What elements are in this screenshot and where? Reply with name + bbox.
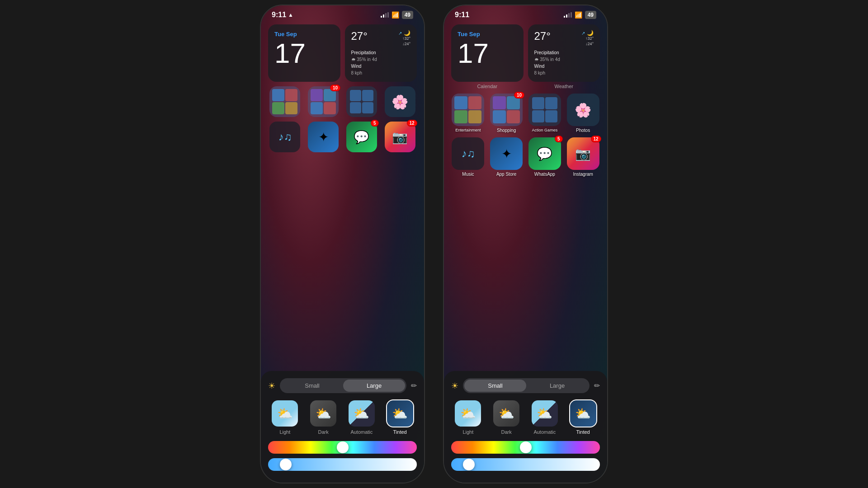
app-music-left[interactable]: ♪♫	[268, 122, 302, 152]
photos-icon-left: 🌸	[385, 86, 415, 117]
style-light-label-left: Light	[279, 429, 290, 435]
moon-icon-right: 🌙	[587, 30, 594, 36]
bottom-panel-right: ☀ Small Large ✏ ⛅ Light ⛅ Dark ⛅	[444, 371, 607, 483]
calendar-widget-label: Calendar	[477, 84, 497, 89]
app-action-games-right[interactable]: Action Games	[528, 94, 562, 132]
brightness-icon-right: ☀	[451, 381, 458, 391]
app-action-games-left[interactable]	[345, 86, 379, 117]
status-bar-left: 9:11 ▲ 📶 49	[261, 5, 424, 21]
weather-detail-right: Precipitation 🌧 35% in 4d Wind 8 kph	[534, 49, 594, 76]
signal-icon	[381, 12, 389, 18]
app-shopping-right[interactable]: 10 Shopping	[490, 94, 524, 133]
weather-temp: 27°	[351, 30, 368, 42]
style-dark-right[interactable]: ⛅ Dark	[490, 400, 524, 435]
home-screen-right: Tue Sep 17 Calendar 27° ↗ 🌙	[444, 21, 607, 371]
app-shopping-left[interactable]: 10	[307, 86, 340, 117]
style-auto-right[interactable]: ⛅ Automatic	[528, 400, 562, 435]
music-icon-right: ♪♫	[452, 137, 484, 170]
app-photos-right[interactable]: 🌸 Photos	[566, 94, 600, 133]
whatsapp-label: WhatsApp	[534, 172, 555, 177]
time-right: 9:11	[455, 11, 469, 19]
edit-icon-left[interactable]: ✏	[411, 381, 417, 390]
style-tinted-left[interactable]: ⛅ Tinted	[383, 400, 417, 435]
music-label: Music	[462, 172, 474, 177]
app-entertainment-left[interactable]	[268, 86, 302, 117]
left-phone: 9:11 ▲ 📶 49 Tue Sep 17	[260, 5, 425, 483]
weather-detail: Precipitation 🌧 35% in 4d Wind 8 kph	[351, 49, 411, 76]
app-appstore-right[interactable]: ✦ App Store	[490, 137, 524, 177]
bottom-panel-left: ☀ Small Large ✏ ⛅ Light ⛅ Dark ⛅	[261, 371, 424, 483]
size-controls-right: ☀ Small Large ✏	[451, 378, 600, 393]
appstore-label: App Store	[496, 172, 516, 177]
time-left: 9:11	[272, 11, 286, 19]
widget-row-right: Tue Sep 17 Calendar 27° ↗ 🌙	[451, 24, 600, 89]
app-music-right[interactable]: ♪♫ Music	[451, 137, 485, 177]
style-tinted-label-left: Tinted	[393, 429, 407, 435]
style-auto-left[interactable]: ⛅ Automatic	[345, 400, 379, 435]
brightness-icon-left: ☀	[268, 381, 275, 391]
tint-slider-right[interactable]	[451, 458, 600, 471]
color-thumb-right[interactable]	[520, 441, 532, 453]
tint-thumb-left[interactable]	[280, 459, 292, 470]
home-screen-left: Tue Sep 17 27° ↗ 🌙 ↑32°	[261, 21, 424, 371]
signal-icon-right	[564, 12, 572, 18]
wifi-icon: 📶	[392, 11, 399, 19]
instagram-icon-right: 📷	[567, 137, 599, 170]
app-appstore-left[interactable]: ✦	[307, 122, 340, 152]
instagram-badge-right: 12	[591, 136, 601, 142]
size-small-left[interactable]: Small	[281, 380, 343, 392]
app-photos-left[interactable]: 🌸	[383, 86, 417, 117]
moon-icon: 🌙	[404, 30, 410, 36]
tint-slider-left[interactable]	[268, 458, 417, 471]
size-large-left[interactable]: Large	[343, 380, 405, 392]
style-light-left[interactable]: ⛅ Light	[268, 400, 302, 435]
app-instagram-right[interactable]: 📷 12 Instagram	[566, 137, 600, 177]
tint-thumb-right[interactable]	[463, 459, 475, 470]
weather-section-right: 27° ↗ 🌙 ↑32° ↓24°	[528, 24, 600, 89]
music-icon-left: ♪♫	[269, 122, 300, 152]
size-controls-left: ☀ Small Large ✏	[268, 378, 417, 393]
app-row-1-left: 10	[268, 86, 417, 117]
folder-entertainment-icon-right	[452, 94, 484, 126]
app-entertainment-right[interactable]: Entertainment	[451, 94, 485, 132]
whatsapp-badge-left: 5	[371, 120, 379, 127]
calendar-widget-right: Tue Sep 17	[451, 24, 524, 82]
action-games-icon-right	[528, 94, 561, 126]
size-small-right[interactable]: Small	[464, 380, 526, 392]
calendar-widget-left: Tue Sep 17	[268, 24, 340, 82]
style-tinted-label-right: Tinted	[576, 429, 590, 435]
calendar-section-right: Tue Sep 17 Calendar	[451, 24, 524, 89]
instagram-badge-left: 12	[407, 120, 417, 127]
color-slider-right[interactable]	[451, 441, 600, 454]
style-dark-left[interactable]: ⛅ Dark	[307, 400, 340, 435]
style-tinted-right[interactable]: ⛅ Tinted	[566, 400, 600, 435]
right-phone: 9:11 📶 49 Tue Sep	[443, 5, 608, 483]
app-instagram-left[interactable]: 📷 12	[383, 122, 417, 152]
instagram-label: Instagram	[573, 172, 593, 177]
entertainment-label: Entertainment	[455, 128, 481, 132]
battery-right: 49	[585, 11, 596, 19]
app-whatsapp-left[interactable]: 💬 5	[345, 122, 379, 152]
style-light-right[interactable]: ⛅ Light	[451, 400, 485, 435]
app-whatsapp-right[interactable]: 💬 5 WhatsApp	[528, 137, 562, 177]
whatsapp-badge-right: 5	[555, 136, 563, 142]
shopping-badge: 10	[330, 84, 340, 91]
shopping-label: Shopping	[497, 128, 516, 133]
folder-entertainment-icon	[269, 86, 300, 117]
calendar-month-right: Tue Sep	[458, 31, 517, 38]
status-bar-right: 9:11 📶 49	[444, 5, 607, 21]
color-slider-left[interactable]	[268, 441, 417, 454]
weather-arrows: ↑32° ↓24°	[402, 36, 410, 47]
battery-left: 49	[402, 11, 413, 19]
edit-icon-right[interactable]: ✏	[594, 381, 600, 390]
app-row-2-right: ♪♫ Music ✦ App Store	[451, 137, 600, 177]
size-large-right[interactable]: Large	[526, 380, 588, 392]
color-thumb-left[interactable]	[337, 441, 349, 453]
style-dark-label-right: Dark	[501, 429, 512, 435]
calendar-day: 17	[274, 39, 334, 67]
style-options-left: ⛅ Light ⛅ Dark ⛅ Automatic ⛅ Tinted	[268, 400, 417, 435]
wifi-icon-right: 📶	[575, 11, 582, 19]
weather-nav-icon-right: ↗	[581, 31, 585, 36]
whatsapp-icon-right: 💬	[528, 137, 561, 170]
size-buttons-right: Small Large	[463, 378, 590, 393]
